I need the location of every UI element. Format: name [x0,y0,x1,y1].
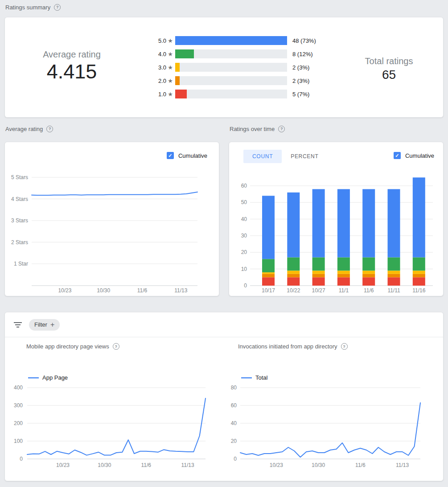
svg-text:100: 100 [14,438,23,444]
filter-icon[interactable] [14,322,22,328]
svg-text:App Page: App Page [42,374,68,381]
average-rating-block: Average rating 4.415 [5,17,139,117]
rating-stars-label: 3.0 [148,64,166,71]
star-icon: ★ [166,64,174,71]
star-icon: ★ [166,37,174,44]
svg-text:Total: Total [255,374,268,381]
help-icon[interactable] [278,126,285,132]
filter-chip-label: Filter [34,321,47,328]
help-icon[interactable] [46,126,53,132]
average-rating-chart: 5 Stars4 Stars3 Stars2 Stars1 Star10/231… [5,142,219,296]
checkbox-checked-icon[interactable] [394,152,401,159]
rating-count-value: 5 (7%) [292,91,309,98]
rating-distribution-row: 2.0★2 (3%) [148,76,335,85]
svg-text:40: 40 [231,420,237,426]
svg-text:4 Stars: 4 Stars [11,196,28,202]
page-title-row: Ratings summary [5,4,444,11]
svg-text:0: 0 [234,456,237,462]
checkbox-checked-icon[interactable] [167,152,174,159]
ratings-over-time-chart-card: 010203040506010/1710/2210/2711/111/611/1… [229,142,444,296]
rating-distribution-row: 5.0★48 (73%) [148,36,335,45]
tab-count[interactable]: COUNT [243,150,282,163]
average-rating-section-header: Average rating [5,125,218,132]
svg-text:10/30: 10/30 [312,462,325,468]
charts-row: Average rating 5 Stars4 Stars3 Stars2 St… [4,118,444,296]
svg-text:5 Stars: 5 Stars [11,174,28,180]
rating-count-value: 8 (12%) [292,51,313,57]
bottom-charts-area: Mobile app directory page views Invocati… [5,337,443,481]
cumulative-toggle[interactable]: Cumulative [167,152,207,159]
ratings-summary-card: Average rating 4.415 5.0★48 (73%)4.0★8 (… [4,17,444,118]
rating-bar-fill [175,49,194,58]
svg-text:11/6: 11/6 [141,462,151,468]
svg-text:11/6: 11/6 [355,462,366,468]
invocations-chart: 020406080Total10/2310/3011/611/13 [226,337,444,471]
svg-text:11/6: 11/6 [137,287,148,294]
rating-distribution-row: 1.0★5 (7%) [148,90,335,98]
rating-stars-label: 5.0 [148,37,166,44]
total-ratings-block: Total ratings 65 [335,17,443,117]
cumulative-toggle[interactable]: Cumulative [394,152,434,159]
filter-chip[interactable]: Filter + [29,319,60,331]
ratings-over-time-chart: 010203040506010/1710/2210/2711/111/611/1… [229,142,443,296]
svg-text:60: 60 [231,402,237,409]
filter-row: Filter + [5,312,443,337]
svg-text:10/27: 10/27 [312,287,325,294]
ratings-over-time-column: Ratings over time 010203040506010/1710/2… [229,118,444,296]
svg-text:0: 0 [244,282,247,289]
svg-text:10/23: 10/23 [270,462,283,468]
rating-count-value: 2 (3%) [292,64,309,71]
rating-bar-fill [175,90,187,98]
rating-count-value: 2 (3%) [292,78,309,84]
star-icon: ★ [166,78,174,84]
svg-text:3 Stars: 3 Stars [11,217,28,224]
svg-text:10/23: 10/23 [58,287,71,294]
ratings-dashboard: Ratings summary Average rating 4.415 5.0… [0,0,448,487]
tab-percent[interactable]: PERCENT [282,150,327,163]
svg-text:11/13: 11/13 [174,287,187,294]
svg-text:1 Star: 1 Star [14,261,28,267]
rating-bar-track [175,76,287,85]
rating-stars-label: 4.0 [148,51,166,57]
rating-bar-fill [175,36,287,45]
svg-text:11/1: 11/1 [339,287,349,294]
svg-text:400: 400 [14,385,23,391]
page-views-chart: 0100200300400App Page10/2310/3011/611/13 [5,337,224,471]
total-ratings-label: Total ratings [335,55,443,67]
svg-text:300: 300 [14,402,23,409]
rating-distribution-row: 3.0★2 (3%) [148,63,335,72]
svg-text:20: 20 [231,438,237,444]
rating-stars-label: 1.0 [148,91,166,98]
svg-text:10/17: 10/17 [262,287,275,294]
ratings-over-time-chart-title: Ratings over time [230,126,275,132]
average-rating-chart-title: Average rating [5,126,43,132]
rating-distribution-row: 4.0★8 (12%) [148,49,335,58]
rating-bar-fill [175,76,180,85]
svg-text:10/30: 10/30 [97,287,110,294]
cumulative-label: Cumulative [178,152,207,159]
total-ratings-value: 65 [335,67,443,83]
svg-text:80: 80 [231,385,237,391]
average-rating-chart-card: 5 Stars4 Stars3 Stars2 Stars1 Star10/231… [4,142,219,296]
rating-stars-label: 2.0 [148,78,166,84]
star-icon: ★ [166,91,174,98]
star-icon: ★ [166,51,174,57]
rating-bar-fill [175,63,180,72]
svg-text:20: 20 [241,249,247,255]
svg-text:11/13: 11/13 [396,462,409,468]
page-title: Ratings summary [5,4,50,11]
svg-text:2 Stars: 2 Stars [11,239,28,246]
rating-bar-track [175,63,287,72]
svg-text:0: 0 [20,456,23,462]
rating-distribution: 5.0★48 (73%)4.0★8 (12%)3.0★2 (3%)2.0★2 (… [148,17,335,117]
svg-text:11/16: 11/16 [412,287,425,294]
ratings-over-time-section-header: Ratings over time [230,125,443,132]
svg-text:10/30: 10/30 [98,462,111,468]
svg-text:10: 10 [241,266,247,272]
average-rating-value: 4.415 [5,60,139,83]
svg-text:11/11: 11/11 [387,287,400,294]
average-rating-column: Average rating 5 Stars4 Stars3 Stars2 St… [4,118,219,296]
help-icon[interactable] [54,4,61,11]
rating-bar-track [175,36,287,45]
directory-metrics-card: Filter + Mobile app directory page views… [4,312,444,481]
